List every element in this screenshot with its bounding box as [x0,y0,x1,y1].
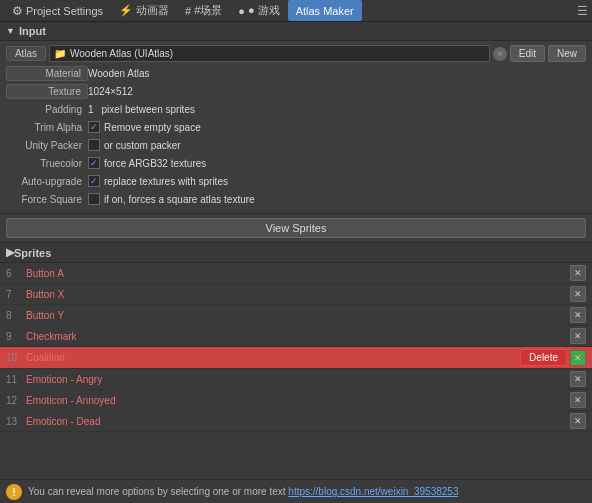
main-content: ▼ Input Atlas 📁 Wooden Atlas (UIAtlas) ○… [0,22,592,503]
sprite-index: 11 [6,374,26,385]
truecolor-row: Truecolor force ARGB32 textures [6,155,586,171]
sprites-title: Sprites [14,247,51,259]
auto-upgrade-label: Auto-upgrade [6,176,88,187]
force-square-row: Force Square if on, forces a square atla… [6,191,586,207]
sprite-row[interactable]: 10CoalitionDelete✕ [0,347,592,369]
gear-icon: ⚙ [12,4,23,18]
unity-packer-checkbox[interactable] [88,139,100,151]
sprite-remove-button[interactable]: ✕ [570,286,586,302]
menu-item-atlas-maker[interactable]: Atlas Maker [288,0,362,21]
sprite-name: Coalition [26,352,520,363]
atlas-label: Atlas [6,46,46,61]
input-section-title: Input [19,25,46,37]
sprite-name: Checkmark [26,331,570,342]
force-square-value: if on, forces a square atlas texture [88,193,255,205]
input-section-body: Atlas 📁 Wooden Atlas (UIAtlas) ○ Edit Ne… [0,41,592,214]
collapse-triangle-icon: ▼ [6,26,15,36]
sprite-index: 13 [6,416,26,427]
sprite-row[interactable]: 12Emoticon - Annoyed✕ [0,390,592,411]
sprite-index: 7 [6,289,26,300]
sprite-name: Emoticon - Annoyed [26,395,570,406]
sprite-row[interactable]: 13Emoticon - Dead✕ [0,411,592,432]
sprite-name: Emoticon - Dead [26,416,570,427]
atlas-value: Wooden Atlas (UIAtlas) [70,48,173,59]
sprite-index: 10 [6,352,26,363]
info-icon: ! [6,484,22,500]
menu-item-animator[interactable]: ⚡ 动画器 [111,0,177,21]
menu-item-project-settings[interactable]: ⚙ Project Settings [4,0,111,21]
sprite-remove-button[interactable]: ✕ [570,265,586,281]
truecolor-label: Truecolor [6,158,88,169]
atlas-dot-button[interactable]: ○ [493,47,507,61]
game-icon: ● [238,5,245,17]
sprites-section-header[interactable]: ▶ Sprites [0,243,592,263]
animator-icon: ⚡ [119,4,133,17]
menu-item-game[interactable]: ● ● 游戏 [230,0,287,21]
trim-alpha-value: Remove empty space [88,121,201,133]
padding-label: Padding [6,104,88,115]
unity-packer-value: or custom packer [88,139,181,151]
sprite-remove-button[interactable]: ✕ [570,350,586,366]
padding-row: Padding 1 pixel between sprites [6,101,586,117]
info-bar: ! You can reveal more options by selecti… [0,479,592,503]
material-value: Wooden Atlas [88,68,150,79]
atlas-input-field[interactable]: 📁 Wooden Atlas (UIAtlas) [49,45,490,62]
unity-packer-row: Unity Packer or custom packer [6,137,586,153]
view-sprites-button[interactable]: View Sprites [6,218,586,238]
menu-bar: ⚙ Project Settings ⚡ 动画器 # #场景 ● ● 游戏 At… [0,0,592,22]
menu-item-label: ● 游戏 [248,3,280,18]
truecolor-checkbox[interactable] [88,157,100,169]
sprite-row[interactable]: 11Emoticon - Angry✕ [0,369,592,390]
trim-alpha-row: Trim Alpha Remove empty space [6,119,586,135]
sprite-remove-button[interactable]: ✕ [570,328,586,344]
sprite-remove-button[interactable]: ✕ [570,371,586,387]
sprite-row[interactable]: 9Checkmark✕ [0,326,592,347]
menu-item-label: 动画器 [136,3,169,18]
material-row: Material Wooden Atlas [6,65,586,81]
sprite-index: 12 [6,395,26,406]
sprite-name: Button X [26,289,570,300]
trim-alpha-checkbox[interactable] [88,121,100,133]
sprite-index: 8 [6,310,26,321]
sprite-name: Emoticon - Angry [26,374,570,385]
auto-upgrade-row: Auto-upgrade replace textures with sprit… [6,173,586,189]
unity-packer-label: Unity Packer [6,140,88,151]
sprite-name: Button A [26,268,570,279]
info-text: You can reveal more options by selecting… [28,486,458,497]
menu-item-label: #场景 [194,3,222,18]
sprites-list: 6Button A✕7Button X✕8Button Y✕9Checkmark… [0,263,592,479]
auto-upgrade-value: replace textures with sprites [88,175,228,187]
sprite-row[interactable]: 6Button A✕ [0,263,592,284]
sprite-remove-button[interactable]: ✕ [570,307,586,323]
edit-button[interactable]: Edit [510,45,545,62]
delete-button[interactable]: Delete [520,349,567,366]
menu-item-scene[interactable]: # #场景 [177,0,230,21]
trim-alpha-label: Trim Alpha [6,122,88,133]
info-link[interactable]: https://blog.csdn.net/weixin_39538253 [288,486,458,497]
new-button[interactable]: New [548,45,586,62]
sprites-collapse-icon: ▶ [6,246,14,259]
sprite-remove-button[interactable]: ✕ [570,392,586,408]
input-section-header[interactable]: ▼ Input [0,22,592,41]
menu-options-icon[interactable]: ☰ [577,4,588,18]
sprite-index: 6 [6,268,26,279]
force-square-checkbox[interactable] [88,193,100,205]
folder-icon: 📁 [54,48,66,59]
sprite-index: 9 [6,331,26,342]
scene-icon: # [185,5,191,17]
sprite-remove-button[interactable]: ✕ [570,413,586,429]
atlas-row: Atlas 📁 Wooden Atlas (UIAtlas) ○ Edit Ne… [6,45,586,62]
sprite-row[interactable]: 7Button X✕ [0,284,592,305]
sprites-section: ▶ Sprites 6Button A✕7Button X✕8Button Y✕… [0,243,592,479]
sprite-name: Button Y [26,310,570,321]
atlas-maker-label: Atlas Maker [296,5,354,17]
texture-label: Texture [6,84,88,99]
menu-item-label: Project Settings [26,5,103,17]
view-sprites-row: View Sprites [0,214,592,243]
auto-upgrade-checkbox[interactable] [88,175,100,187]
padding-value: 1 pixel between sprites [88,104,195,115]
force-square-label: Force Square [6,194,88,205]
material-label: Material [6,66,88,81]
sprite-row[interactable]: 8Button Y✕ [0,305,592,326]
truecolor-value: force ARGB32 textures [88,157,206,169]
